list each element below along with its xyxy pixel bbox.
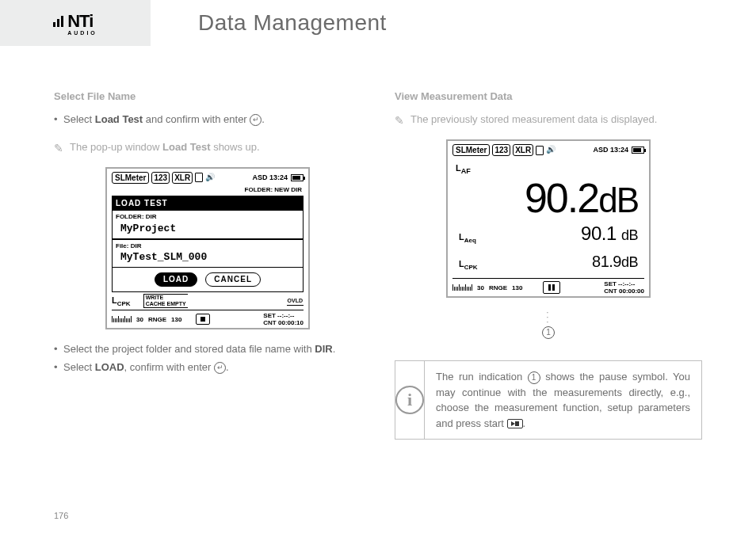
logo-subtext: AUDIO bbox=[67, 30, 97, 36]
popup-field-label: File: DIR bbox=[113, 239, 303, 251]
enter-icon: ↵ bbox=[250, 114, 262, 126]
lcd-ovld: OVLD bbox=[287, 297, 304, 306]
info-icon: i bbox=[395, 386, 424, 414]
page-number: 176 bbox=[54, 511, 68, 520]
lcd-label: LLCPKCPK bbox=[112, 295, 131, 309]
pause-icon bbox=[543, 281, 560, 294]
callout-number: 1 bbox=[542, 326, 555, 339]
lcd-main-reading: 90.2dB bbox=[456, 177, 641, 219]
text: Select bbox=[63, 113, 95, 125]
right-column: View Measurement Data ✎ The previously s… bbox=[395, 89, 702, 440]
result-text: The pop-up window Load Test shows up. bbox=[70, 140, 260, 156]
lcd-bottom-bar: 30 RNGE 130 SET --:--:--CNT 00:00:10 bbox=[112, 310, 304, 326]
lcd-tab: 123 bbox=[492, 144, 510, 156]
lcd-row-laeq: LAeq 90.1 dB bbox=[456, 219, 641, 249]
svg-rect-1 bbox=[57, 19, 59, 27]
result-text: The previously stored measurement data i… bbox=[410, 112, 657, 128]
callout-number-inline: 1 bbox=[528, 371, 540, 384]
dotted-line-icon: ··· bbox=[395, 310, 702, 325]
lcd-clock: ASD 13:24 bbox=[593, 145, 628, 155]
rnge-hi: 130 bbox=[512, 284, 522, 293]
battery-icon bbox=[632, 147, 644, 154]
text-bold: Load Test bbox=[95, 113, 143, 125]
lcd-tab: SLMeter bbox=[112, 172, 149, 184]
bullet-item: • Select Load Test and confirm with ente… bbox=[54, 112, 361, 128]
lcd-timer: SET --:--:--CNT 00:00:10 bbox=[263, 312, 304, 326]
lcd-clock: ASD 13:24 bbox=[252, 173, 288, 183]
result-line: ✎ The previously stored measurement data… bbox=[395, 112, 702, 128]
lcd-lcpk-row: LLCPKCPK WRITECACHE EMPTY OVLD bbox=[112, 294, 304, 308]
sd-icon bbox=[536, 146, 544, 155]
enter-icon: ↵ bbox=[214, 362, 226, 374]
lcd-bottom-bar: 30 RNGE 130 SET --:--:--CNT 00:00:00 bbox=[452, 278, 644, 295]
bullet-text: Select LOAD, confirm with enter ↵. bbox=[63, 360, 361, 375]
left-column: Select File Name • Select Load Test and … bbox=[54, 89, 361, 440]
popup-field-value: MyTest_SLM_000 bbox=[113, 250, 303, 268]
bullet-text: Select Load Test and confirm with enter … bbox=[63, 112, 361, 128]
text: , confirm with enter bbox=[124, 361, 214, 373]
section-heading-right: View Measurement Data bbox=[395, 89, 702, 105]
bullet-dot: • bbox=[54, 112, 63, 128]
lcd-label: LCPK bbox=[459, 258, 478, 272]
lcd-folder-path: FOLDER: NEW DIR bbox=[112, 185, 304, 195]
logo-text: NTi bbox=[67, 11, 93, 31]
page-header: NTi AUDIO Data Management bbox=[0, 0, 756, 46]
lcd-value: 90.1 dB bbox=[581, 220, 638, 248]
text: The pop-up window bbox=[70, 141, 162, 153]
text: Select bbox=[63, 361, 95, 373]
text-bold: Load Test bbox=[162, 141, 210, 153]
bullet-text: Select the project folder and stored dat… bbox=[63, 342, 361, 357]
rnge-label: RNGE bbox=[148, 315, 166, 325]
text: Select the project folder and stored dat… bbox=[63, 343, 315, 355]
load-test-popup: LOAD TEST FOLDER: DIR MyProject File: DI… bbox=[112, 196, 304, 293]
bullet-dot: • bbox=[54, 360, 63, 375]
start-icon bbox=[507, 419, 523, 428]
range-ticks-icon bbox=[112, 316, 132, 322]
page-title: Data Management bbox=[151, 0, 756, 46]
info-icon-cell: i bbox=[395, 361, 425, 439]
text: The run indication bbox=[436, 371, 528, 383]
svg-rect-0 bbox=[53, 22, 55, 27]
lcd-tab: SLMeter bbox=[452, 144, 490, 156]
info-box: i The run indication 1 shows the pause s… bbox=[395, 360, 702, 440]
nti-logo: NTi AUDIO bbox=[53, 11, 97, 36]
rnge-lo: 30 bbox=[136, 315, 143, 325]
text-bold: DIR bbox=[315, 343, 332, 355]
rnge-label: RNGE bbox=[489, 284, 507, 293]
section-heading-left: Select File Name bbox=[54, 89, 361, 105]
stop-icon bbox=[196, 314, 210, 325]
text-bold: LOAD bbox=[95, 361, 124, 373]
lcd-timer: SET --:--:--CNT 00:00:00 bbox=[604, 280, 644, 295]
speaker-icon: 🔊 bbox=[546, 144, 556, 156]
content-columns: Select File Name • Select Load Test and … bbox=[0, 46, 756, 440]
svg-rect-2 bbox=[61, 16, 63, 27]
cancel-button[interactable]: CANCEL bbox=[205, 272, 261, 287]
lcd-value: 81.9dB bbox=[592, 250, 638, 273]
logo-bars-icon bbox=[53, 14, 66, 30]
bullet-item: • Select the project folder and stored d… bbox=[54, 342, 361, 357]
hand-icon: ✎ bbox=[395, 112, 404, 128]
bullet-item: • Select LOAD, confirm with enter ↵. bbox=[54, 360, 361, 375]
lcd-screenshot-load: SLMeter 123 XLR 🔊 ASD 13:24 FOLDER: NEW … bbox=[105, 167, 310, 329]
lcd-cache-text: WRITECACHE EMPTY bbox=[143, 294, 188, 308]
lcd-statusbar: SLMeter 123 XLR 🔊 ASD 13:24 bbox=[452, 144, 644, 158]
lcd-row-lcpk: LCPK 81.9dB bbox=[456, 249, 641, 275]
load-button[interactable]: LOAD bbox=[155, 272, 197, 287]
result-line: ✎ The pop-up window Load Test shows up. bbox=[54, 140, 361, 156]
popup-field-label: FOLDER: DIR bbox=[113, 211, 303, 222]
speaker-icon: 🔊 bbox=[205, 172, 215, 184]
text: shows up. bbox=[211, 141, 260, 153]
rnge-hi: 130 bbox=[171, 315, 181, 325]
text: and confirm with enter bbox=[143, 113, 250, 125]
lcd-statusbar: SLMeter 123 XLR 🔊 ASD 13:24 bbox=[112, 172, 304, 185]
lcd-tab: XLR bbox=[513, 144, 533, 156]
info-text: The run indication 1 shows the pause sym… bbox=[425, 361, 701, 439]
bullet-dot: • bbox=[54, 342, 63, 357]
popup-title: LOAD TEST bbox=[113, 196, 303, 211]
logo-area: NTi AUDIO bbox=[0, 0, 151, 46]
sd-icon bbox=[195, 173, 203, 182]
callout-marker: ··· 1 bbox=[395, 310, 702, 340]
battery-icon bbox=[291, 174, 304, 181]
lcd-screenshot-measurement: SLMeter 123 XLR 🔊 ASD 13:24 LAF 90.2dB bbox=[446, 139, 651, 298]
lcd-tab: 123 bbox=[151, 172, 170, 184]
